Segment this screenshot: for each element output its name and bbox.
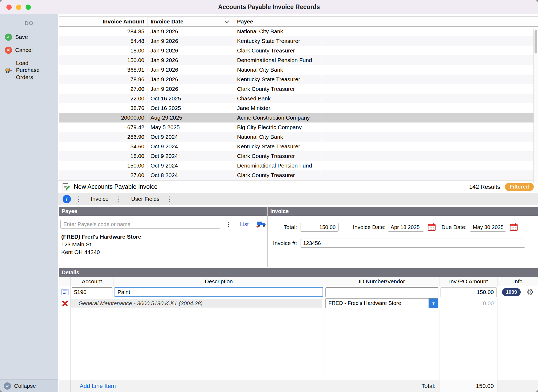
table-row[interactable]: 54.48 Jan 9 2026 Kentucky State Treasure… [59,36,538,46]
detail-line-row: 150.00 1099 ⚙ [59,286,538,298]
panels-row: Payee ⋮ List [59,207,538,267]
payee-address-line1: 123 Main St [61,241,267,248]
vendor-dropdown[interactable]: FRED - Fred's Hardware Store ▾ [325,298,438,308]
cell-payee: Kentucky State Treasurer [234,36,322,46]
invoice-panel-header: Invoice [268,207,538,216]
column-header-description: Description [113,277,324,286]
column-header-payee[interactable]: Payee [234,17,322,26]
cell-invoice-amount: 78.96 [59,75,148,84]
sidebar: DO ✓ Save ✕ Cancel [0,14,58,392]
cell-invoice-date: Aug 29 2025 [148,113,234,123]
column-header-empty [322,17,538,26]
drag-handle-icon[interactable]: ⋮ [75,195,82,203]
table-row[interactable]: 286.90 Oct 9 2024 National City Bank [59,132,538,142]
account-input[interactable] [72,287,112,297]
zoom-window-button[interactable] [26,5,31,10]
cell-invoice-amount: 38.76 [59,103,148,113]
payee-list-link[interactable]: List [240,221,249,227]
collapse-chevrons-icon: « [4,382,11,390]
vertical-scrollbar[interactable] [533,29,538,183]
description-input[interactable] [115,287,323,297]
1099-badge[interactable]: 1099 [502,288,521,296]
table-row[interactable]: 27.00 Oct 8 2024 Clark County Treasurer [59,170,538,180]
drag-handle-icon[interactable]: ⋮ [116,195,122,203]
cell-invoice-amount: 679.42 [59,123,148,132]
more-options-icon[interactable]: ⋮ [225,220,232,228]
table-row[interactable]: 368.91 Jan 9 2026 National City Bank [59,65,538,75]
column-header-invoice-date[interactable]: Invoice Date [148,17,234,26]
column-header-id-vendor: ID Number/Vendor [324,277,439,286]
gear-icon[interactable]: ⚙ [527,288,534,296]
results-count: 142 Results [469,183,500,190]
filtered-badge[interactable]: Filtered [505,183,534,191]
table-row[interactable]: 150.00 Oct 9 2024 Denominational Pension… [59,161,538,170]
cell-payee: Clark County Treasurer [234,84,322,94]
load-purchase-orders-button[interactable]: Load Purchase Orders [0,57,58,84]
column-header-amount: Inv./PO Amount [439,277,498,286]
tab-invoice[interactable]: Invoice [91,196,109,202]
invoice-number-input[interactable] [300,239,525,248]
payee-search-input[interactable] [60,220,220,229]
tab-user-fields[interactable]: User Fields [131,196,160,202]
cell-payee: Acme Construction Company [234,113,322,123]
payee-address-line2: Kent OH 44240 [61,249,267,255]
cell-invoice-date: Jan 9 2026 [148,65,234,75]
close-window-button[interactable] [6,5,12,10]
delete-line-icon[interactable] [59,298,71,309]
payee-panel: Payee ⋮ List [59,207,268,267]
table-row[interactable]: 54.60 Oct 9 2024 Kentucky State Treasure… [59,142,538,151]
cell-invoice-amount: 18.00 [59,46,148,55]
line-document-icon[interactable] [59,286,71,298]
table-row[interactable]: 20000.00 Aug 29 2025 Acme Construction C… [59,113,538,123]
cell-payee: Denominational Pension Fund [234,55,322,65]
traffic-lights [6,5,31,10]
invoice-number-label: Invoice #: [268,240,297,246]
collapse-label: Collapse [14,383,36,389]
vendor-truck-icon[interactable] [256,220,266,228]
sort-chevron-down-icon [225,20,229,23]
load-purchase-orders-label: Load Purchase Orders [16,60,48,81]
table-row[interactable]: 150.00 Jan 9 2026 Denominational Pension… [59,55,538,65]
table-row[interactable]: 22.00 Oct 16 2025 Chased Bank [59,94,538,103]
records-table-header: Invoice Amount Invoice Date Payee [59,17,538,27]
details-header: Details [59,268,538,277]
chevron-down-icon[interactable]: ▾ [429,299,438,308]
invoice-date-input[interactable] [388,223,424,232]
due-date-label: Due Date: [442,224,467,230]
sidebar-header: DO [0,14,58,31]
collapse-sidebar-button[interactable]: « Collapse [0,379,58,392]
invoice-total-input[interactable] [300,223,339,232]
table-row[interactable]: 679.42 May 5 2025 Big City Electric Comp… [59,123,538,132]
column-header-invoice-amount[interactable]: Invoice Amount [59,17,148,26]
due-date-input[interactable] [470,223,506,232]
app-window: Accounts Payable Invoice Records DO ✓ Sa… [0,0,538,392]
table-row[interactable]: 18.00 Jan 9 2026 Clark County Treasurer [59,46,538,55]
table-row[interactable]: 27.00 Jan 9 2026 Clark County Treasurer [59,84,538,94]
invoice-date-label: Invoice Date: [353,224,386,230]
save-label: Save [15,34,28,40]
cell-invoice-date: Jan 9 2026 [148,27,234,36]
details-footer: Add Line Item Total: 150.00 [59,380,538,392]
id-number-vendor-input[interactable] [325,287,438,297]
scrollbar-thumb[interactable] [535,30,537,54]
calendar-icon[interactable] [428,223,436,231]
drag-handle-icon[interactable]: ⋮ [166,195,173,203]
table-row[interactable]: 284.85 Jan 9 2026 National City Bank [59,27,538,36]
cell-invoice-amount: 20000.00 [59,113,148,123]
minimize-window-button[interactable] [16,5,21,10]
save-button[interactable]: ✓ Save [0,31,58,44]
info-icon[interactable]: i [63,195,71,203]
payee-name: (FRED) Fred's Hardware Store [61,234,267,240]
table-row[interactable]: 18.00 Oct 9 2024 Clark County Treasurer [59,151,538,161]
cell-invoice-date: Oct 16 2025 [148,94,234,103]
calendar-icon[interactable] [510,223,518,231]
line-amount-value[interactable]: 150.00 [441,287,497,297]
cell-payee: National City Bank [234,27,322,36]
cancel-button[interactable]: ✕ Cancel [0,44,58,57]
table-row[interactable]: 38.76 Oct 16 2025 Jane Minister [59,103,538,113]
cell-invoice-amount: 284.85 [59,27,148,36]
cell-invoice-date: Jan 9 2026 [148,55,234,65]
add-line-item-button[interactable]: Add Line Item [71,383,116,390]
new-invoice-title: New Accounts Payable Invoice [74,183,158,190]
table-row[interactable]: 78.96 Jan 9 2026 Kentucky State Treasure… [59,75,538,84]
